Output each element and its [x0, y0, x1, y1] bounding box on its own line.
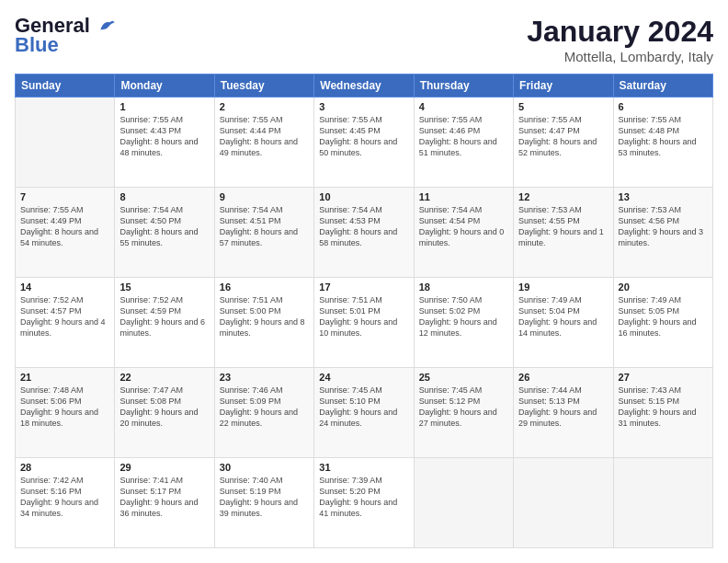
- day-info: Sunrise: 7:55 AM Sunset: 4:44 PM Dayligh…: [220, 114, 309, 159]
- sunrise-text: Sunrise: 7:55 AM: [419, 115, 483, 124]
- calendar-cell: 5 Sunrise: 7:55 AM Sunset: 4:47 PM Dayli…: [514, 98, 613, 188]
- day-number: 6: [619, 101, 708, 112]
- day-number: 27: [619, 372, 708, 383]
- sunrise-text: Sunrise: 7:54 AM: [119, 205, 183, 214]
- calendar-header-thursday: Thursday: [414, 75, 513, 98]
- sunset-text: Sunset: 5:17 PM: [119, 487, 181, 496]
- day-info: Sunrise: 7:54 AM Sunset: 4:54 PM Dayligh…: [419, 204, 508, 249]
- day-info: Sunrise: 7:54 AM Sunset: 4:50 PM Dayligh…: [119, 204, 209, 249]
- daylight-text: Daylight: 9 hours and 16 minutes.: [619, 317, 697, 338]
- day-info: Sunrise: 7:53 AM Sunset: 4:56 PM Dayligh…: [619, 204, 708, 249]
- daylight-text: Daylight: 9 hours and 36 minutes.: [119, 498, 198, 518]
- calendar-cell: [613, 458, 712, 548]
- day-number: 26: [518, 372, 608, 383]
- calendar-week-row: 1 Sunrise: 7:55 AM Sunset: 4:43 PM Dayli…: [16, 98, 713, 188]
- daylight-text: Daylight: 9 hours and 22 minutes.: [220, 408, 298, 428]
- calendar-cell: 16 Sunrise: 7:51 AM Sunset: 5:00 PM Dayl…: [214, 278, 313, 368]
- day-info: Sunrise: 7:40 AM Sunset: 5:19 PM Dayligh…: [220, 475, 309, 520]
- sunset-text: Sunset: 4:50 PM: [119, 216, 181, 225]
- sunrise-text: Sunrise: 7:49 AM: [619, 295, 682, 304]
- daylight-text: Daylight: 9 hours and 20 minutes.: [119, 408, 198, 428]
- sunrise-text: Sunrise: 7:45 AM: [419, 385, 483, 395]
- calendar-cell: 8 Sunrise: 7:54 AM Sunset: 4:50 PM Dayli…: [115, 188, 214, 278]
- daylight-text: Daylight: 9 hours and 27 minutes.: [419, 408, 497, 428]
- day-number: 1: [119, 101, 209, 112]
- day-info: Sunrise: 7:49 AM Sunset: 5:05 PM Dayligh…: [619, 294, 708, 339]
- sunrise-text: Sunrise: 7:48 AM: [20, 385, 84, 395]
- calendar-cell: [414, 458, 513, 548]
- header: General Blue January 2024 Mottella, Lomb…: [15, 15, 713, 64]
- day-info: Sunrise: 7:45 AM Sunset: 5:12 PM Dayligh…: [419, 385, 508, 430]
- calendar-cell: 6 Sunrise: 7:55 AM Sunset: 4:48 PM Dayli…: [613, 98, 712, 188]
- daylight-text: Daylight: 9 hours and 3 minutes.: [619, 227, 704, 247]
- sunrise-text: Sunrise: 7:51 AM: [319, 295, 382, 304]
- day-info: Sunrise: 7:54 AM Sunset: 4:51 PM Dayligh…: [220, 204, 309, 249]
- calendar-cell: 23 Sunrise: 7:46 AM Sunset: 5:09 PM Dayl…: [214, 368, 313, 458]
- day-info: Sunrise: 7:50 AM Sunset: 5:02 PM Dayligh…: [419, 294, 508, 339]
- day-number: 7: [20, 191, 109, 202]
- sunset-text: Sunset: 4:44 PM: [220, 126, 281, 135]
- calendar-cell: 10 Sunrise: 7:54 AM Sunset: 4:53 PM Dayl…: [314, 188, 414, 278]
- day-number: 30: [220, 462, 309, 473]
- calendar-cell: 9 Sunrise: 7:54 AM Sunset: 4:51 PM Dayli…: [214, 188, 313, 278]
- sunrise-text: Sunrise: 7:40 AM: [220, 476, 283, 485]
- logo-block: General Blue: [15, 15, 116, 57]
- location-subtitle: Mottella, Lombardy, Italy: [527, 49, 713, 64]
- day-number: 14: [20, 282, 109, 293]
- sunset-text: Sunset: 5:19 PM: [220, 487, 281, 496]
- day-info: Sunrise: 7:52 AM Sunset: 4:57 PM Dayligh…: [20, 294, 109, 339]
- sunset-text: Sunset: 4:47 PM: [518, 126, 580, 135]
- day-number: 10: [319, 191, 408, 202]
- day-number: 23: [220, 372, 309, 383]
- sunrise-text: Sunrise: 7:54 AM: [319, 205, 382, 214]
- calendar-table: SundayMondayTuesdayWednesdayThursdayFrid…: [15, 74, 713, 548]
- day-number: 31: [319, 462, 408, 473]
- day-number: 4: [419, 101, 508, 112]
- calendar-cell: 24 Sunrise: 7:45 AM Sunset: 5:10 PM Dayl…: [314, 368, 414, 458]
- calendar-cell: 4 Sunrise: 7:55 AM Sunset: 4:46 PM Dayli…: [414, 98, 513, 188]
- sunrise-text: Sunrise: 7:55 AM: [119, 115, 183, 124]
- calendar-week-row: 28 Sunrise: 7:42 AM Sunset: 5:16 PM Dayl…: [16, 458, 713, 548]
- logo: General Blue: [15, 15, 116, 57]
- sunrise-text: Sunrise: 7:46 AM: [220, 385, 283, 395]
- day-number: 13: [619, 191, 708, 202]
- day-number: 16: [220, 282, 309, 293]
- day-number: 9: [220, 191, 309, 202]
- sunset-text: Sunset: 5:08 PM: [119, 396, 181, 406]
- sunrise-text: Sunrise: 7:53 AM: [518, 205, 582, 214]
- sunrise-text: Sunrise: 7:51 AM: [220, 295, 283, 304]
- sunrise-text: Sunrise: 7:55 AM: [518, 115, 582, 124]
- daylight-text: Daylight: 9 hours and 34 minutes.: [20, 498, 98, 518]
- day-number: 19: [518, 282, 608, 293]
- day-number: 25: [419, 372, 508, 383]
- sunset-text: Sunset: 4:43 PM: [119, 126, 181, 135]
- sunrise-text: Sunrise: 7:55 AM: [220, 115, 283, 124]
- daylight-text: Daylight: 9 hours and 24 minutes.: [319, 408, 397, 428]
- day-info: Sunrise: 7:55 AM Sunset: 4:45 PM Dayligh…: [319, 114, 408, 159]
- sunrise-text: Sunrise: 7:47 AM: [119, 385, 183, 395]
- sunrise-text: Sunrise: 7:55 AM: [619, 115, 682, 124]
- day-info: Sunrise: 7:48 AM Sunset: 5:06 PM Dayligh…: [20, 385, 109, 430]
- day-info: Sunrise: 7:51 AM Sunset: 5:00 PM Dayligh…: [220, 294, 309, 339]
- day-number: 15: [119, 282, 209, 293]
- daylight-text: Daylight: 8 hours and 51 minutes.: [419, 137, 497, 157]
- calendar-header-tuesday: Tuesday: [214, 75, 313, 98]
- calendar-cell: 25 Sunrise: 7:45 AM Sunset: 5:12 PM Dayl…: [414, 368, 513, 458]
- daylight-text: Daylight: 9 hours and 4 minutes.: [20, 317, 106, 338]
- calendar-header-wednesday: Wednesday: [314, 75, 414, 98]
- sunrise-text: Sunrise: 7:52 AM: [20, 295, 84, 304]
- calendar-header-row: SundayMondayTuesdayWednesdayThursdayFrid…: [16, 75, 713, 98]
- calendar-week-row: 21 Sunrise: 7:48 AM Sunset: 5:06 PM Dayl…: [16, 368, 713, 458]
- sunrise-text: Sunrise: 7:39 AM: [319, 476, 382, 485]
- day-number: 8: [119, 191, 209, 202]
- daylight-text: Daylight: 8 hours and 55 minutes.: [119, 227, 198, 247]
- daylight-text: Daylight: 8 hours and 52 minutes.: [518, 137, 597, 157]
- daylight-text: Daylight: 8 hours and 57 minutes.: [220, 227, 298, 247]
- month-year-title: January 2024: [527, 15, 713, 49]
- calendar-cell: 12 Sunrise: 7:53 AM Sunset: 4:55 PM Dayl…: [514, 188, 613, 278]
- calendar-header-monday: Monday: [115, 75, 214, 98]
- sunrise-text: Sunrise: 7:55 AM: [20, 205, 84, 214]
- day-number: 11: [419, 191, 508, 202]
- calendar-cell: 1 Sunrise: 7:55 AM Sunset: 4:43 PM Dayli…: [115, 98, 214, 188]
- day-number: 29: [119, 462, 209, 473]
